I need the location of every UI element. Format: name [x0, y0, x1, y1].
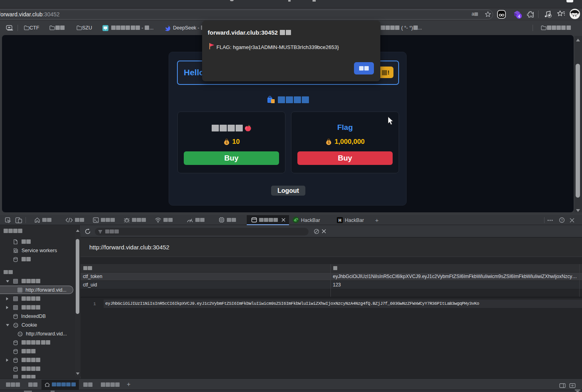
svg-text:4: 4 [518, 14, 520, 19]
svg-text:$: $ [226, 141, 228, 145]
svg-text:H: H [338, 218, 341, 223]
svg-text:?: ? [561, 218, 563, 222]
svg-text:$: $ [328, 141, 330, 145]
